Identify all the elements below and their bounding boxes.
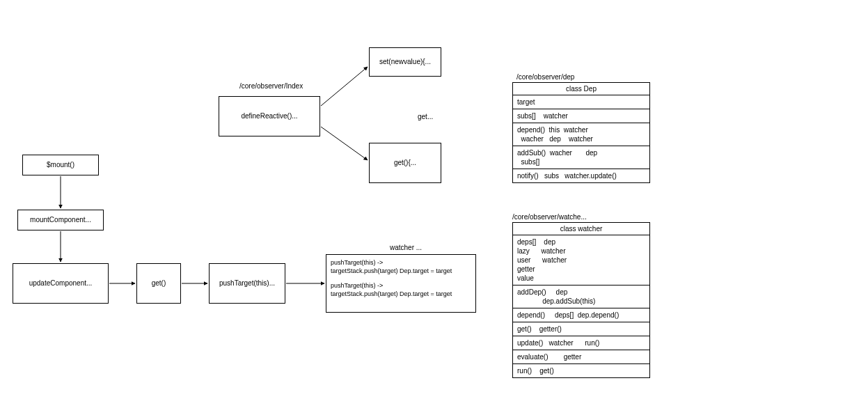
line: pushTarget(this) -> (331, 259, 471, 267)
line: targetStack.push(target) Dep.target = ta… (331, 290, 471, 299)
watcher-update: update() watcher run() (513, 336, 649, 350)
box-updateComponent: updateComponent... (13, 263, 109, 304)
label-dep-path: /core/observer/dep (516, 73, 574, 81)
text: $mount() (47, 161, 74, 169)
label-get: get... (418, 113, 433, 121)
text: defineReactive()... (241, 112, 297, 120)
text: mountComponent... (30, 216, 91, 224)
label-watcher-path: /core/observer/watche... (512, 213, 587, 221)
line: targetStack.push(target) Dep.target = ta… (331, 267, 471, 276)
dep-subs: subs[] watcher (513, 109, 649, 123)
dep-addSub: addSub() wacher dep subs[] (513, 146, 649, 169)
box-get: get() (136, 263, 181, 304)
dep-depend: depend() this watcher wacher dep watcher (513, 123, 649, 146)
text: get(){... (394, 159, 416, 167)
watcher-props: deps[] dep lazy watcher user watcher get… (513, 235, 649, 285)
box-mount: $mount() (22, 155, 99, 175)
svg-line-6 (321, 127, 368, 160)
text: pushTarget(this)... (219, 279, 275, 288)
watcher-evaluate: evaluate() getter (513, 350, 649, 364)
label-watcher: watcher ... (390, 244, 422, 252)
box-getfn: get(){... (369, 143, 441, 183)
dep-notify: notify() subs watcher.update() (513, 169, 649, 182)
box-pushTarget-detail: pushTarget(this) -> targetStack.push(tar… (326, 254, 476, 313)
watcher-title: class watcher (513, 223, 649, 235)
box-mountComponent: mountComponent... (17, 210, 104, 230)
label-observer-index: /core/observer/Index (239, 82, 303, 91)
watcher-get: get() getter() (513, 322, 649, 336)
watcher-addDep: addDep() dep dep.addSub(this) (513, 285, 649, 308)
svg-line-5 (321, 67, 368, 106)
text: get() (152, 279, 166, 288)
line: pushTarget(this) -> (331, 282, 471, 290)
box-pushTarget: pushTarget(this)... (209, 263, 285, 304)
watcher-depend: depend() deps[] dep.depend() (513, 308, 649, 322)
dep-title: class Dep (513, 83, 649, 95)
text: updateComponent... (29, 279, 93, 288)
watcher-run: run() get() (513, 364, 649, 377)
text: set(newvalue){... (379, 58, 431, 66)
box-set: set(newvalue){... (369, 47, 441, 77)
dep-target: target (513, 95, 649, 109)
table-watcher: class watcher deps[] dep lazy watcher us… (512, 222, 650, 378)
box-defineReactive: defineReactive()... (219, 96, 320, 136)
table-dep: class Dep target subs[] watcher depend()… (512, 82, 650, 183)
